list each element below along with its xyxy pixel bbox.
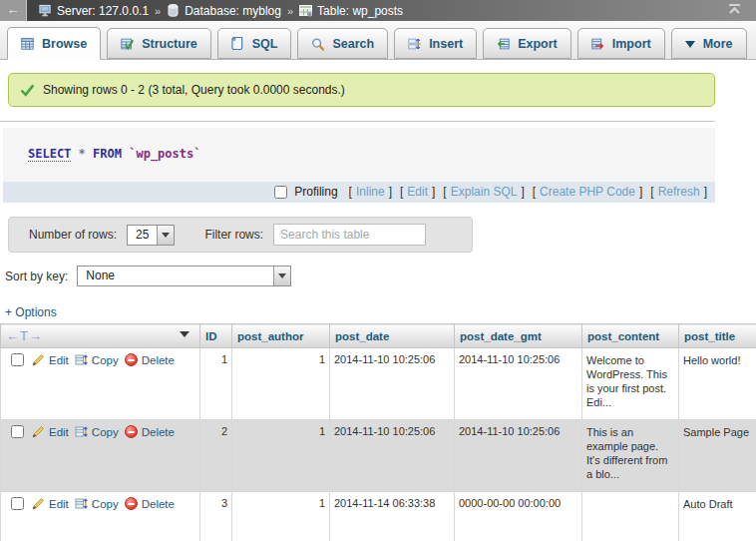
results-table: ←T→ ID post_author post_date post_date_g… xyxy=(0,323,756,541)
tab-sql-label: SQL xyxy=(252,37,278,51)
column-header-post-title[interactable]: post_title xyxy=(679,324,756,348)
delete-link[interactable]: Delete xyxy=(125,425,175,438)
query-link-group: [Inline] xyxy=(349,185,392,199)
back-button[interactable]: ← xyxy=(0,0,27,21)
tab-import-label: Import xyxy=(612,37,651,51)
tab-export[interactable]: Export xyxy=(483,28,571,59)
options-toggle-link[interactable]: + Options xyxy=(5,305,57,319)
cell-post-title: Auto Draft xyxy=(679,492,756,541)
tab-import[interactable]: Import xyxy=(577,28,665,59)
bracket: ] xyxy=(704,185,707,199)
table-icon xyxy=(299,4,312,17)
table-body: Edit Copy Delete 1 1 2014-11-10 10:25:06… xyxy=(1,348,756,541)
tab-sql[interactable]: SQL xyxy=(217,28,292,59)
table-row: Edit Copy Delete 2 1 2014-11-10 10:25:06… xyxy=(1,420,756,492)
tab-structure-label: Structure xyxy=(142,37,197,51)
sort-by-key-value: None xyxy=(78,267,273,285)
profiling-label: Profiling xyxy=(294,185,337,199)
filter-rows-input[interactable] xyxy=(273,224,426,246)
row-actions-cell: Edit Copy Delete xyxy=(1,420,200,492)
query-tool-link[interactable]: Inline xyxy=(356,185,385,199)
select-dropdown-button[interactable] xyxy=(157,226,174,245)
sql-icon xyxy=(231,37,244,50)
breadcrumb-separator: » xyxy=(155,5,161,17)
table-options-icon[interactable]: ←T→ xyxy=(6,328,43,343)
query-link-group: [Explain SQL] xyxy=(443,185,524,199)
cell-post-date-gmt: 2014-11-10 10:25:06 xyxy=(455,420,582,492)
breadcrumb-server[interactable]: Server: 127.0.0.1 xyxy=(39,4,149,18)
import-icon xyxy=(591,37,604,50)
query-link-group: [Refresh] xyxy=(650,185,707,199)
bracket: ] xyxy=(521,185,524,199)
cell-post-date: 2014-11-10 10:25:06 xyxy=(330,420,455,492)
search-icon xyxy=(311,37,324,50)
bracket: [ xyxy=(533,185,536,199)
copy-icon xyxy=(75,497,88,510)
breadcrumb: Server: 127.0.0.1 » Database: myblog » T… xyxy=(27,4,403,18)
database-icon xyxy=(167,4,180,17)
profiling-checkbox[interactable] xyxy=(274,186,287,199)
edit-label: Edit xyxy=(49,498,69,510)
filter-rows-label: Filter rows: xyxy=(204,228,263,242)
column-visibility-dropdown-icon[interactable] xyxy=(180,331,189,342)
table-row: Edit Copy Delete 1 1 2014-11-10 10:25:06… xyxy=(1,348,756,420)
delete-link[interactable]: Delete xyxy=(125,353,175,366)
delete-label: Delete xyxy=(142,426,175,438)
delete-link[interactable]: Delete xyxy=(125,497,175,510)
edit-pencil-icon xyxy=(32,497,45,510)
sort-row: Sort by key: None xyxy=(5,266,756,286)
sort-by-key-label: Sort by key: xyxy=(5,270,68,283)
delete-icon xyxy=(125,497,138,510)
tab-search[interactable]: Search xyxy=(297,28,388,59)
bracket: [ xyxy=(650,185,653,199)
tab-insert[interactable]: Insert xyxy=(394,28,477,59)
breadcrumb-database[interactable]: Database: myblog xyxy=(167,4,281,18)
edit-link[interactable]: Edit xyxy=(32,425,69,438)
query-tool-link[interactable]: Edit xyxy=(407,185,428,199)
cell-post-content xyxy=(582,492,679,541)
edit-link[interactable]: Edit xyxy=(32,497,69,510)
tab-insert-label: Insert xyxy=(429,37,463,51)
query-tool-link[interactable]: Refresh xyxy=(658,185,700,199)
row-checkbox[interactable] xyxy=(11,425,24,438)
select-dropdown-button[interactable] xyxy=(273,267,290,285)
table-row: Edit Copy Delete 3 1 2014-11-14 06:33:38… xyxy=(1,492,756,541)
rows-per-page-select[interactable]: 25 xyxy=(127,225,175,246)
collapse-icon[interactable] xyxy=(727,4,742,18)
tab-structure[interactable]: Structure xyxy=(107,28,211,59)
server-icon xyxy=(39,4,52,17)
column-header-post-content[interactable]: post_content xyxy=(582,324,679,348)
row-checkbox[interactable] xyxy=(11,353,24,366)
tab-browse[interactable]: Browse xyxy=(7,27,101,60)
query-tool-link[interactable]: Create PHP Code xyxy=(540,185,635,199)
structure-icon xyxy=(121,37,134,50)
sql-keyword-select[interactable]: SELECT xyxy=(28,147,71,162)
export-icon xyxy=(497,37,510,50)
copy-link[interactable]: Copy xyxy=(75,497,119,510)
query-tool-link[interactable]: Explain SQL xyxy=(451,185,518,199)
sql-keyword-from: FROM xyxy=(93,147,122,161)
query-tools-strip: Profiling [Inline][Edit][Explain SQL][Cr… xyxy=(3,182,715,203)
copy-label: Copy xyxy=(92,426,119,438)
edit-link[interactable]: Edit xyxy=(32,353,69,366)
copy-link[interactable]: Copy xyxy=(75,425,119,438)
column-header-post-author[interactable]: post_author xyxy=(232,324,330,348)
rows-per-page-value: 25 xyxy=(128,226,157,245)
column-header-post-date[interactable]: post_date xyxy=(330,324,455,348)
breadcrumb-bar: ← Server: 127.0.0.1 » Database: myblog »… xyxy=(0,0,756,21)
column-header-id[interactable]: ID xyxy=(200,324,232,348)
sort-by-key-select[interactable]: None xyxy=(77,266,291,286)
delete-label: Delete xyxy=(142,498,175,510)
tab-bar: Browse Structure SQL Search Insert Expor… xyxy=(0,21,756,60)
tab-more[interactable]: More xyxy=(671,28,747,59)
copy-link[interactable]: Copy xyxy=(75,353,119,366)
sql-identifier: `wp_posts` xyxy=(129,147,200,161)
tab-more-label: More xyxy=(703,37,733,51)
row-checkbox[interactable] xyxy=(11,497,24,510)
copy-icon xyxy=(75,353,88,366)
breadcrumb-table[interactable]: Table: wp_posts xyxy=(299,4,403,18)
delete-icon xyxy=(125,353,138,366)
cell-post-date: 2014-11-10 10:25:06 xyxy=(330,348,455,420)
chevron-down-icon xyxy=(685,41,695,53)
column-header-post-date-gmt[interactable]: post_date_gmt xyxy=(455,324,582,348)
